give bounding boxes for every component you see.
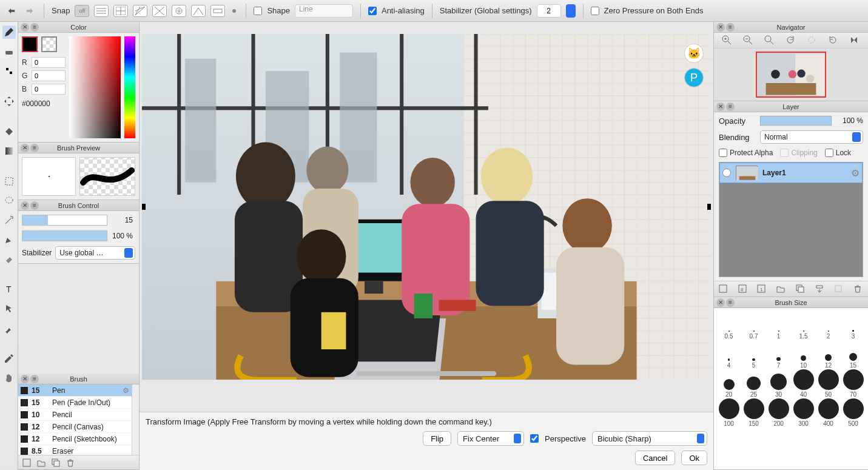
close-icon[interactable]: ✕ bbox=[21, 201, 29, 210]
dot-tool[interactable] bbox=[2, 64, 16, 78]
layers-list[interactable]: Layer1 ⚙ bbox=[719, 162, 863, 277]
foreground-swatch[interactable] bbox=[22, 36, 38, 52]
brush-size-cell[interactable]: 3 bbox=[841, 311, 866, 340]
zoom-in-icon[interactable] bbox=[721, 35, 733, 47]
stabilizer-stepper[interactable] bbox=[566, 4, 576, 18]
protect-alpha-checkbox[interactable]: Protect Alpha bbox=[719, 149, 773, 157]
brush-size-cell[interactable]: 20 bbox=[716, 369, 741, 398]
eraser-tool[interactable] bbox=[2, 45, 16, 58]
new-layer-icon[interactable] bbox=[718, 284, 729, 295]
brush-list-scrollbar[interactable] bbox=[132, 384, 139, 455]
trash-icon[interactable] bbox=[66, 458, 75, 468]
snap-grid-1-button[interactable] bbox=[94, 5, 109, 17]
brush-size-cell[interactable]: 30 bbox=[766, 369, 791, 398]
pointer-tool[interactable] bbox=[2, 302, 16, 315]
close-icon[interactable]: ✕ bbox=[716, 298, 725, 307]
transform-handle-right[interactable] bbox=[707, 204, 711, 210]
menu-icon[interactable]: ≡ bbox=[726, 298, 735, 307]
duplicate-layer-icon[interactable] bbox=[795, 284, 806, 295]
close-icon[interactable]: ✕ bbox=[716, 102, 725, 111]
close-icon[interactable]: ✕ bbox=[716, 23, 725, 32]
gear-icon[interactable]: ⚙ bbox=[851, 167, 860, 179]
hand-tool[interactable] bbox=[2, 371, 16, 384]
new-brush-icon[interactable] bbox=[22, 458, 32, 468]
new-1bit-layer-icon[interactable]: 1 bbox=[756, 284, 767, 295]
navigator-thumbnail-area[interactable] bbox=[714, 49, 868, 101]
brush-size-cell[interactable]: 12 bbox=[816, 340, 841, 369]
duplicate-icon[interactable] bbox=[51, 458, 61, 468]
zero-pressure-checkbox[interactable] bbox=[591, 7, 599, 15]
select-pen-tool[interactable] bbox=[2, 233, 16, 246]
r-input[interactable] bbox=[32, 57, 66, 68]
rotate-reset-icon[interactable] bbox=[806, 35, 818, 47]
hue-slider[interactable] bbox=[124, 36, 135, 138]
menu-icon[interactable]: ≡ bbox=[30, 144, 39, 152]
brush-opacity-value[interactable]: 100 % bbox=[111, 232, 135, 240]
brush-size-cell[interactable]: 500 bbox=[841, 398, 866, 427]
blending-select[interactable]: Normal bbox=[760, 130, 863, 144]
background-swatch[interactable] bbox=[41, 36, 57, 52]
bucket-tool[interactable] bbox=[2, 125, 16, 138]
brush-size-cell[interactable]: 0.7 bbox=[741, 311, 766, 340]
snap-radial-button[interactable] bbox=[172, 5, 186, 17]
color-field[interactable] bbox=[69, 36, 121, 138]
b-input[interactable] bbox=[32, 84, 66, 95]
canvas[interactable]: 🐱 P bbox=[142, 34, 711, 380]
gear-icon[interactable]: ⚙ bbox=[123, 386, 129, 395]
eyedropper-tool[interactable] bbox=[2, 352, 16, 365]
brush-size-cell[interactable]: 5 bbox=[741, 340, 766, 369]
brush-size-cell[interactable]: 10 bbox=[791, 340, 816, 369]
flip-button[interactable]: Flip bbox=[423, 431, 451, 446]
new-folder-icon[interactable] bbox=[776, 284, 787, 295]
stabilizer-input[interactable] bbox=[537, 4, 561, 18]
menu-icon[interactable]: ≡ bbox=[30, 375, 39, 383]
g-input[interactable] bbox=[32, 70, 66, 81]
shape-select[interactable]: Line bbox=[295, 4, 353, 18]
select-erase-tool[interactable] bbox=[2, 252, 16, 266]
rotate-ccw-icon[interactable] bbox=[785, 35, 797, 47]
interp-select[interactable]: Bicubic (Sharp) bbox=[592, 431, 707, 446]
cancel-button[interactable]: Cancel bbox=[635, 451, 675, 465]
hex-value[interactable]: #000000 bbox=[22, 99, 66, 108]
brush-size-cell[interactable]: 150 bbox=[741, 398, 766, 427]
brush-row[interactable]: 12Pencil (Sketchbook) bbox=[18, 433, 132, 445]
brush-size-cell[interactable]: 400 bbox=[816, 398, 841, 427]
snap-dot-button[interactable] bbox=[230, 4, 238, 18]
menu-icon[interactable]: ≡ bbox=[30, 23, 39, 32]
close-icon[interactable]: ✕ bbox=[21, 23, 29, 32]
move-tool[interactable] bbox=[2, 95, 16, 108]
brush-size-cell[interactable]: 25 bbox=[741, 369, 766, 398]
overlay-badge-1[interactable]: 🐱 bbox=[684, 44, 704, 63]
menu-icon[interactable]: ≡ bbox=[726, 23, 735, 32]
opacity-slider[interactable] bbox=[760, 116, 832, 126]
brush-list[interactable]: 15Pen⚙15Pen (Fade In/Out)10Pencil12Penci… bbox=[18, 384, 132, 455]
magic-wand-tool[interactable] bbox=[2, 213, 16, 227]
canvas-viewport[interactable]: 🐱 P bbox=[140, 22, 713, 412]
ok-button[interactable]: Ok bbox=[681, 451, 707, 465]
zoom-out-icon[interactable] bbox=[742, 35, 755, 47]
brush-size-cell[interactable]: 1 bbox=[766, 311, 791, 340]
pen-tool[interactable] bbox=[2, 25, 16, 39]
brush-size-cell[interactable]: 0.5 bbox=[716, 311, 741, 340]
brush-size-cell[interactable]: 15 bbox=[841, 340, 866, 369]
brush-row[interactable]: 15Pen (Fade In/Out) bbox=[18, 397, 132, 409]
fix-center-select[interactable]: Fix Center bbox=[457, 431, 524, 446]
antialias-checkbox[interactable] bbox=[368, 7, 377, 15]
merge-down-icon[interactable] bbox=[815, 284, 826, 295]
lock-checkbox[interactable]: Lock bbox=[825, 149, 851, 157]
folder-icon[interactable] bbox=[36, 458, 46, 468]
clear-layer-icon[interactable] bbox=[833, 284, 844, 295]
layer-item[interactable]: Layer1 ⚙ bbox=[719, 163, 863, 183]
brush-size-cell[interactable]: 7 bbox=[766, 340, 791, 369]
flip-h-icon[interactable] bbox=[849, 35, 861, 47]
brush-size-cell[interactable]: 2 bbox=[816, 311, 841, 340]
brush-size-slider[interactable] bbox=[22, 215, 107, 226]
select-rect-tool[interactable] bbox=[2, 175, 16, 188]
close-icon[interactable]: ✕ bbox=[21, 375, 29, 383]
opacity-value[interactable]: 100 % bbox=[836, 116, 863, 125]
snap-grid-2-button[interactable] bbox=[113, 5, 128, 17]
brush-edit-tool[interactable] bbox=[2, 321, 16, 335]
undo-icon[interactable] bbox=[5, 4, 18, 18]
gradient-tool[interactable] bbox=[2, 144, 16, 158]
overlay-badge-2[interactable]: P bbox=[684, 68, 704, 87]
